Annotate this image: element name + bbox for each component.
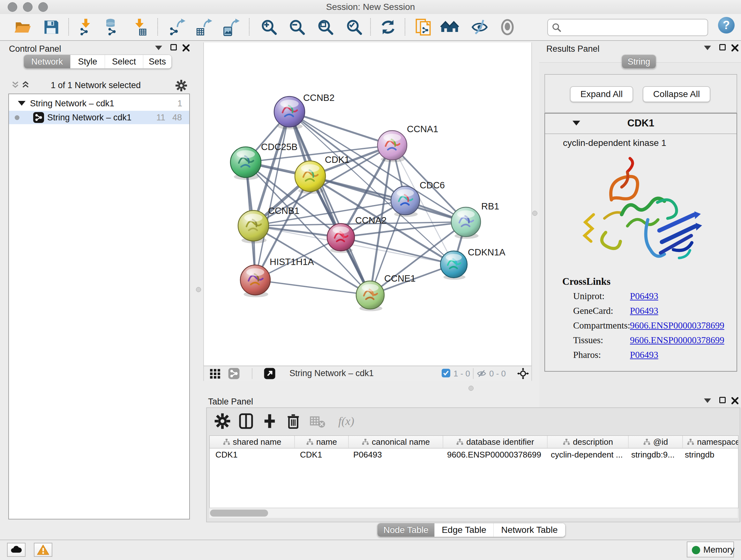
network-node[interactable]: CDKN1A	[441, 247, 506, 280]
table-column-header[interactable]: description	[548, 436, 629, 448]
tab-select[interactable]: Select	[105, 55, 143, 68]
network-row-selected[interactable]: String Network – cdk1 11 48	[9, 111, 189, 124]
open-session-button[interactable]	[13, 17, 32, 37]
table-column-header[interactable]: namespace	[683, 436, 738, 448]
tab-network-table[interactable]: Network Table	[494, 523, 565, 537]
import-network-button[interactable]	[76, 17, 95, 37]
tab-network[interactable]: Network	[24, 55, 71, 68]
memory-button[interactable]: Memory	[687, 542, 734, 557]
node-label: CDC6	[420, 180, 445, 190]
table-cell[interactable]: cyclin-dependent ...	[545, 449, 625, 461]
selected-nodes-checkbox[interactable]	[442, 369, 450, 377]
birdseye-view-button[interactable]	[263, 368, 276, 380]
expand-all-networks-button[interactable]	[21, 80, 30, 89]
horizontal-scrollbar[interactable]	[209, 508, 738, 518]
hide-panel-eye-button[interactable]	[470, 17, 489, 37]
zoom-fit-button[interactable]	[316, 17, 335, 37]
import-network-from-database-button[interactable]	[102, 17, 121, 37]
tab-style[interactable]: Style	[71, 55, 105, 68]
table-cell[interactable]: stringdb	[679, 449, 738, 461]
delete-table-button[interactable]	[308, 413, 326, 430]
table-cell[interactable]: P06493	[347, 449, 441, 461]
control-panel-collapse-button[interactable]	[155, 46, 162, 50]
right-splitter-handle[interactable]	[532, 211, 537, 216]
tab-node-table[interactable]: Node Table	[378, 523, 434, 537]
table-cell[interactable]: 9606.ENSP00000378699	[441, 449, 545, 461]
table-column-header[interactable]: shared name	[210, 436, 295, 448]
left-splitter-handle[interactable]	[196, 287, 201, 292]
zoom-out-button[interactable]	[287, 17, 307, 37]
string-import-button[interactable]	[414, 17, 433, 37]
table-panel-collapse-button[interactable]	[704, 398, 711, 403]
save-session-button[interactable]	[42, 17, 61, 37]
network-node[interactable]: RB1	[451, 201, 499, 239]
results-panel-float-button[interactable]	[719, 44, 726, 51]
network-collection-row[interactable]: String Network – cdk1 1	[9, 97, 189, 110]
network-panel-options-button[interactable]	[175, 79, 188, 92]
disclosure-triangle-icon[interactable]	[18, 101, 25, 106]
results-panel-collapse-button[interactable]	[704, 46, 711, 50]
presentation-eye-button[interactable]	[498, 17, 517, 37]
export-network-button[interactable]	[168, 17, 187, 37]
toolbar-separator	[405, 18, 405, 36]
network-canvas[interactable]: CCNB2CCNA1CDC25BCDK1CDC6RB1CCNB1CCNA2CDK…	[203, 43, 532, 366]
home-networks-button[interactable]	[440, 17, 459, 37]
grid-view-button[interactable]	[209, 368, 221, 380]
table-column-header[interactable]: name	[295, 436, 349, 448]
network-node[interactable]: HIST1H1A	[240, 257, 314, 297]
tab-sets[interactable]: Sets	[143, 55, 172, 68]
table-cell[interactable]: stringdb:9...	[625, 449, 679, 461]
network-share-view-button[interactable]	[227, 368, 240, 380]
control-panel-close-button[interactable]	[182, 44, 190, 52]
network-node[interactable]: CCNE1	[356, 273, 415, 311]
crosslink-row: Pharos:P06493	[573, 348, 726, 362]
table-row[interactable]: CDK1CDK1P064939606.ENSP00000378699cyclin…	[210, 449, 738, 461]
network-edge[interactable]	[341, 237, 454, 264]
zoom-selected-button[interactable]	[345, 17, 364, 37]
table-column-header[interactable]: database identifier	[443, 436, 548, 448]
entry-header[interactable]: CDK1	[545, 114, 737, 134]
add-column-button[interactable]	[261, 413, 278, 430]
fit-selected-crosshair-button[interactable]	[517, 368, 529, 380]
import-table-button[interactable]	[130, 17, 149, 37]
crosslink-value-link[interactable]: P06493	[630, 306, 658, 316]
crosslink-value-link[interactable]: P06493	[630, 291, 658, 301]
table-column-header[interactable]: @id	[629, 436, 683, 448]
table-panel-float-button[interactable]	[719, 397, 726, 403]
export-image-button[interactable]	[221, 17, 241, 37]
crosslink-value-link[interactable]: P06493	[630, 350, 658, 360]
crosslink-value-link[interactable]: 9606.ENSP00000378699	[630, 335, 724, 346]
network-edge[interactable]	[289, 112, 370, 295]
table-column-header[interactable]: canonical name	[349, 436, 443, 448]
horizontal-splitter-handle[interactable]	[468, 386, 474, 391]
control-panel-float-button[interactable]	[171, 44, 177, 51]
refresh-layout-button[interactable]	[379, 17, 398, 37]
export-table-button[interactable]	[195, 17, 214, 37]
network-node[interactable]: CDC25B	[230, 142, 297, 180]
results-panel-close-button[interactable]	[731, 44, 739, 52]
table-options-button[interactable]	[214, 413, 231, 430]
network-edge[interactable]	[255, 112, 289, 280]
collapse-all-networks-button[interactable]	[11, 80, 20, 89]
table-panel-close-button[interactable]	[731, 396, 739, 405]
search-input[interactable]	[564, 20, 705, 34]
function-builder-button[interactable]: f(x)	[332, 413, 360, 430]
help-button[interactable]: ?	[718, 17, 735, 34]
show-columns-button[interactable]	[238, 413, 255, 430]
network-edge[interactable]	[289, 112, 392, 145]
network-edge[interactable]	[255, 280, 370, 295]
delete-column-button[interactable]	[285, 413, 302, 430]
scrollbar-thumb[interactable]	[210, 509, 268, 516]
table-cell[interactable]: CDK1	[294, 449, 347, 461]
tab-string[interactable]: String	[622, 55, 656, 68]
network-node[interactable]: CCNA1	[378, 124, 438, 162]
expand-all-button[interactable]: Expand All	[570, 86, 633, 102]
main-toolbar: ?	[0, 14, 741, 41]
collapse-all-button[interactable]: Collapse All	[643, 86, 711, 102]
cloud-status-button[interactable]	[7, 543, 25, 557]
warning-status-button[interactable]	[34, 543, 52, 557]
crosslink-value-link[interactable]: 9606.ENSP00000378699	[630, 320, 724, 331]
tab-edge-table[interactable]: Edge Table	[434, 523, 494, 537]
table-cell[interactable]: CDK1	[210, 449, 294, 461]
zoom-in-button[interactable]	[259, 17, 279, 37]
